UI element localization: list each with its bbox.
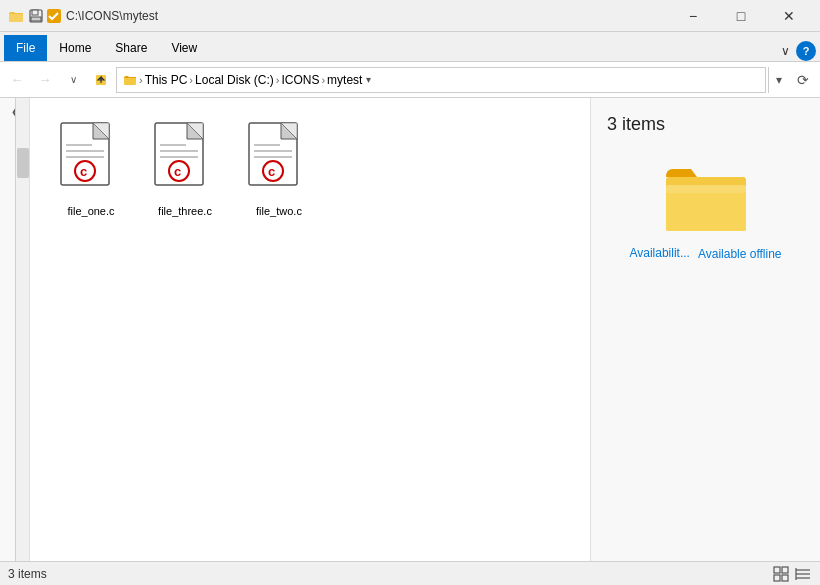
up-button[interactable] bbox=[88, 67, 114, 93]
address-path[interactable]: › This PC › Local Disk (C:) › ICONS › my… bbox=[116, 67, 766, 93]
left-nav: ❮ bbox=[0, 98, 30, 561]
tab-view[interactable]: View bbox=[159, 35, 209, 61]
svg-rect-0 bbox=[9, 13, 23, 22]
back-button[interactable]: ← bbox=[4, 67, 30, 93]
left-scrollbar[interactable] bbox=[15, 98, 29, 561]
list-item[interactable]: c file_two.c bbox=[234, 114, 324, 224]
checkmark-icon bbox=[46, 8, 62, 24]
folder-preview: Availabilit... Available offline bbox=[607, 155, 804, 261]
status-bar: 3 items bbox=[0, 561, 820, 585]
available-offline-label: Available offline bbox=[698, 247, 782, 261]
minimize-button[interactable]: − bbox=[670, 0, 716, 32]
svg-rect-36 bbox=[774, 575, 780, 581]
title-folder-icon bbox=[8, 8, 24, 24]
svg-rect-2 bbox=[32, 10, 38, 15]
list-item[interactable]: c file_three.c bbox=[140, 114, 230, 224]
svg-rect-34 bbox=[774, 567, 780, 573]
forward-button[interactable]: → bbox=[32, 67, 58, 93]
svg-rect-3 bbox=[31, 17, 41, 21]
help-button[interactable]: ? bbox=[796, 41, 816, 61]
tab-file[interactable]: File bbox=[4, 35, 47, 61]
file-two-icon: c bbox=[244, 121, 314, 201]
tab-home[interactable]: Home bbox=[47, 35, 103, 61]
dropdown-recent-button[interactable]: ∨ bbox=[60, 67, 86, 93]
svg-rect-33 bbox=[666, 185, 746, 193]
file-one-icon: c bbox=[56, 121, 126, 201]
file-three-label: file_three.c bbox=[158, 205, 212, 217]
main-area: ❮ c file_one.c bbox=[0, 98, 820, 561]
list-item[interactable]: c file_one.c bbox=[46, 114, 136, 224]
item-count: 3 items bbox=[607, 114, 804, 135]
folder-availability-label[interactable]: Availabilit... bbox=[629, 246, 689, 260]
path-icons[interactable]: ICONS bbox=[281, 73, 319, 87]
tab-share[interactable]: Share bbox=[103, 35, 159, 61]
title-bar: C:\ICONS\mytest − □ ✕ bbox=[0, 0, 820, 32]
path-dropdown-arrow[interactable]: ▾ bbox=[366, 74, 371, 85]
file-area: c file_one.c c file_three.c bbox=[30, 98, 590, 561]
refresh-button[interactable]: ⟳ bbox=[790, 67, 816, 93]
folder-large-icon bbox=[661, 155, 751, 235]
svg-text:c: c bbox=[80, 164, 87, 179]
details-panel: 3 items Availabilit... Available offline bbox=[590, 98, 820, 561]
path-mytest[interactable]: mytest bbox=[327, 73, 362, 87]
svg-text:c: c bbox=[268, 164, 275, 179]
svg-rect-35 bbox=[782, 567, 788, 573]
file-two-label: file_two.c bbox=[256, 205, 302, 217]
list-view-button[interactable] bbox=[772, 565, 790, 583]
title-text: C:\ICONS\mytest bbox=[66, 9, 670, 23]
save-icon bbox=[28, 8, 44, 24]
svg-rect-37 bbox=[782, 575, 788, 581]
address-bar: ← → ∨ › This PC › Local Disk (C:) › ICON… bbox=[0, 62, 820, 98]
close-button[interactable]: ✕ bbox=[766, 0, 812, 32]
file-one-label: file_one.c bbox=[67, 205, 114, 217]
ribbon-tabs: File Home Share View ∨ ? bbox=[0, 32, 820, 62]
status-item-count: 3 items bbox=[8, 567, 47, 581]
up-arrow-icon bbox=[94, 73, 108, 87]
svg-text:c: c bbox=[174, 164, 181, 179]
ribbon-expand-button[interactable]: ∨ bbox=[775, 42, 796, 60]
scroll-thumb[interactable] bbox=[17, 148, 29, 178]
address-history-button[interactable]: ▾ bbox=[768, 67, 788, 93]
path-folder-icon bbox=[123, 73, 137, 87]
detail-view-button[interactable] bbox=[794, 565, 812, 583]
path-thispc[interactable]: This PC bbox=[145, 73, 188, 87]
path-localdisk[interactable]: Local Disk (C:) bbox=[195, 73, 274, 87]
maximize-button[interactable]: □ bbox=[718, 0, 764, 32]
file-three-icon: c bbox=[150, 121, 220, 201]
svg-rect-6 bbox=[124, 77, 136, 85]
